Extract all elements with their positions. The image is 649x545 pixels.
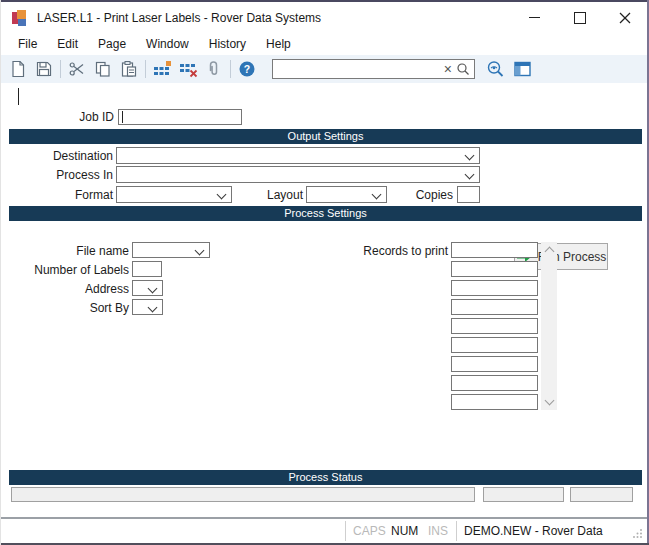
menu-window[interactable]: Window <box>136 34 199 54</box>
menu-bar: File Edit Page Window History Help <box>1 33 647 55</box>
process-settings-banner: Process Settings <box>9 206 642 221</box>
paste-button[interactable] <box>116 57 142 81</box>
process-status-field <box>11 487 475 502</box>
process-status-banner: Process Status <box>9 470 642 485</box>
number-of-labels-label: Number of Labels <box>1 263 129 278</box>
paste-icon <box>120 60 138 78</box>
delete-rows-button[interactable] <box>175 57 201 81</box>
new-document-icon <box>9 60 27 78</box>
search-box[interactable]: × <box>272 59 475 79</box>
chevron-down-icon <box>465 170 475 180</box>
input-caret <box>122 111 123 123</box>
chevron-down-icon <box>372 190 382 200</box>
minimize-button[interactable] <box>512 2 557 33</box>
insert-rows-button[interactable] <box>149 57 175 81</box>
address-select[interactable] <box>132 280 163 296</box>
layout-label: Layout <box>241 188 303 203</box>
delete-rows-icon <box>179 60 198 78</box>
record-to-print-input[interactable] <box>451 356 538 372</box>
file-name-label: File name <box>1 244 129 259</box>
output-settings-banner: Output Settings <box>9 129 642 144</box>
insert-rows-icon <box>153 60 172 78</box>
menu-file[interactable]: File <box>8 34 47 54</box>
zoom-preview-button[interactable] <box>483 57 509 81</box>
status-bar: CAPS NUM INS DEMO.NEW - Rover Data Syste… <box>1 519 647 543</box>
title-bar[interactable]: LASER.L1 - Print Laser Labels - Rover Da… <box>1 2 647 33</box>
copies-label: Copies <box>393 188 453 203</box>
record-to-print-input[interactable] <box>451 299 538 315</box>
records-scrollbar[interactable] <box>541 242 557 410</box>
attachment-button[interactable] <box>201 57 227 81</box>
sort-by-select[interactable] <box>132 299 163 315</box>
chevron-down-icon <box>195 246 205 256</box>
layout-select[interactable] <box>306 186 387 203</box>
record-to-print-input[interactable] <box>451 280 538 296</box>
sort-by-label: Sort By <box>1 301 129 316</box>
save-button[interactable] <box>31 57 57 81</box>
status-separator <box>456 521 457 541</box>
zoom-preview-icon <box>486 60 506 79</box>
job-id-input[interactable] <box>118 109 242 125</box>
scroll-up-icon[interactable] <box>545 247 555 257</box>
clear-search-icon[interactable]: × <box>440 62 456 76</box>
toolbar-separator <box>145 60 146 78</box>
process-status-field <box>483 487 564 502</box>
window-title: LASER.L1 - Print Laser Labels - Rover Da… <box>37 11 321 25</box>
scroll-down-icon[interactable] <box>545 396 555 406</box>
copies-input[interactable] <box>457 186 480 203</box>
record-to-print-input[interactable] <box>451 242 538 258</box>
toolbar-separator <box>60 60 61 78</box>
text-caret <box>18 88 19 105</box>
chevron-down-icon <box>217 190 227 200</box>
new-document-button[interactable] <box>5 57 31 81</box>
maximize-button[interactable] <box>557 2 602 33</box>
main-content: Job ID Output Settings Destination Proce… <box>1 83 647 517</box>
close-button[interactable] <box>602 2 647 33</box>
app-icon <box>12 10 28 26</box>
num-lock-indicator: NUM <box>391 519 418 543</box>
record-to-print-input[interactable] <box>451 337 538 353</box>
menu-history[interactable]: History <box>199 34 256 54</box>
menu-page[interactable]: Page <box>88 34 136 54</box>
copy-icon <box>94 60 112 78</box>
search-icon[interactable] <box>456 62 474 76</box>
toolbar: ? × <box>1 55 647 83</box>
process-in-select[interactable] <box>116 166 480 183</box>
records-to-print-label: Records to print <box>358 244 448 259</box>
layout-view-button[interactable] <box>509 57 535 81</box>
attachment-icon <box>205 60 223 78</box>
help-button[interactable]: ? <box>234 57 260 81</box>
resize-grip-icon[interactable] <box>632 528 643 539</box>
cut-icon <box>68 60 86 78</box>
record-to-print-input[interactable] <box>451 261 538 277</box>
chevron-down-icon <box>148 284 158 294</box>
menu-help[interactable]: Help <box>256 34 301 54</box>
close-icon <box>619 12 631 24</box>
record-to-print-input[interactable] <box>451 318 538 334</box>
process-in-label: Process In <box>1 168 113 183</box>
format-select[interactable] <box>116 186 232 203</box>
save-icon <box>35 60 53 78</box>
chevron-down-icon <box>465 151 475 161</box>
window-border-top <box>0 0 649 2</box>
svg-text:?: ? <box>244 63 250 75</box>
cut-button[interactable] <box>64 57 90 81</box>
session-name: DEMO.NEW - Rover Data Systems <box>464 519 647 543</box>
file-name-select[interactable] <box>132 242 210 258</box>
address-label: Address <box>1 282 129 297</box>
destination-label: Destination <box>1 149 113 164</box>
minimize-icon <box>529 17 540 18</box>
toolbar-separator <box>230 60 231 78</box>
record-to-print-input[interactable] <box>451 375 538 391</box>
menu-edit[interactable]: Edit <box>47 34 88 54</box>
window-border-left <box>0 0 1 545</box>
search-input[interactable] <box>273 60 440 78</box>
help-icon: ? <box>238 60 256 78</box>
app-window: LASER.L1 - Print Laser Labels - Rover Da… <box>0 0 649 545</box>
chevron-down-icon <box>148 303 158 313</box>
copy-button[interactable] <box>90 57 116 81</box>
number-of-labels-input[interactable] <box>132 261 162 277</box>
record-to-print-input[interactable] <box>451 394 538 410</box>
maximize-icon <box>574 12 586 24</box>
destination-select[interactable] <box>116 147 480 164</box>
